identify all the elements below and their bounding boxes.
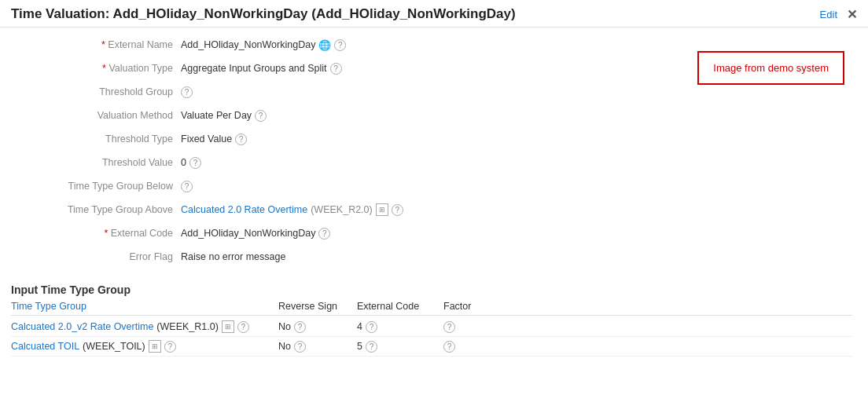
table-row: Calcuated 2.0_v2 Rate Overtime (WEEK_R1.… [11,317,852,337]
threshold-type-value: Fixed Value ? [181,134,247,145]
row2-factor-help[interactable]: ? [443,341,455,353]
header: Time Valuation: Add_HOliday_NonWorkingDa… [0,0,868,27]
row1-factor: ? [443,321,498,333]
external-code-row: External Code Add_HOliday_NonWorkingDay … [16,224,682,243]
error-flag-row: Error Flag Raise no error message [16,247,682,266]
error-flag-text: Raise no error message [181,251,285,262]
threshold-value-row: Threshold Value 0 ? [16,153,682,172]
valuation-method-text: Valuate Per Day [181,110,252,121]
valuation-method-row: Valuation Method Valuate Per Day ? [16,106,682,125]
row2-table-icon[interactable]: ⊞ [149,340,161,353]
external-name-label: External Name [16,39,181,50]
row2-reverse-sign-text: No [278,341,291,352]
valuation-type-row: Valuation Type Aggregate Input Groups an… [16,59,682,78]
error-flag-value: Raise no error message [181,251,285,262]
error-flag-label: Error Flag [16,251,181,262]
header-actions: Edit ✕ [820,7,857,22]
external-name-value: Add_HOliday_NonWorkingDay 🌐 ? [181,38,346,51]
table-header-row: Time Type Group Reverse Sign External Co… [11,301,852,316]
threshold-type-help-icon[interactable]: ? [235,134,247,145]
threshold-value-help-icon[interactable]: ? [189,157,201,169]
demo-box: Image from demo system [697,51,844,85]
valuation-type-value: Aggregate Input Groups and Split ? [181,63,342,75]
valuation-method-help-icon[interactable]: ? [255,110,267,122]
globe-icon[interactable]: 🌐 [318,38,331,51]
time-type-group-above-code: (WEEK_R2.0) [311,204,373,215]
col-header-time-type: Time Type Group [11,301,278,312]
form-section: External Name Add_HOliday_NonWorkingDay … [0,27,697,279]
row1-time-type: Calcuated 2.0_v2 Rate Overtime (WEEK_R1.… [11,320,278,333]
col-header-factor: Factor [443,301,498,312]
row1-reverse-sign-help[interactable]: ? [294,321,306,333]
valuation-type-text: Aggregate Input Groups and Split [181,63,327,74]
external-name-text: Add_HOliday_NonWorkingDay [181,39,315,50]
row1-time-type-code: (WEEK_R1.0) [156,321,219,332]
row2-time-type-link[interactable]: Calcuated TOIL [11,341,79,352]
threshold-group-value: ? [181,86,193,98]
time-type-group-below-row: Time Type Group Below ? [16,177,682,196]
valuation-type-label: Valuation Type [16,63,181,74]
row2-ext-code: 5 ? [357,341,443,353]
row1-reverse-sign: No ? [278,321,357,333]
row2-factor: ? [443,341,498,353]
external-code-text: Add_HOliday_NonWorkingDay [181,228,315,239]
threshold-group-help-icon[interactable]: ? [181,86,193,98]
col-header-ext-code: External Code [357,301,443,312]
close-button[interactable]: ✕ [847,7,857,22]
table-row: Calcuated TOIL (WEEK_TOIL) ⊞ ? No ? 5 ? … [11,337,852,357]
threshold-type-label: Threshold Type [16,134,181,144]
time-type-group-below-value: ? [181,181,193,192]
time-type-group-above-help-icon[interactable]: ? [392,204,403,216]
time-type-group-above-value: Calcuated 2.0 Rate Overtime (WEEK_R2.0) … [181,203,403,216]
valuation-method-value: Valuate Per Day ? [181,110,267,122]
threshold-group-row: Threshold Group ? [16,82,682,101]
time-type-group-below-label: Time Type Group Below [16,181,181,192]
right-panel: Image from demo system [697,27,868,279]
row2-ext-code-help[interactable]: ? [366,341,377,353]
input-section-title: Input Time Type Group [11,283,852,296]
threshold-group-label: Threshold Group [16,86,181,97]
row1-factor-help[interactable]: ? [443,321,455,333]
time-type-group-above-table-icon[interactable]: ⊞ [376,203,388,216]
threshold-value-text: 0 [181,157,186,168]
row1-help-icon[interactable]: ? [237,321,249,333]
time-type-group-above-link[interactable]: Calcuated 2.0 Rate Overtime [181,204,307,215]
threshold-value-value: 0 ? [181,157,201,169]
row2-time-type-code: (WEEK_TOIL) [83,341,145,352]
row2-time-type: Calcuated TOIL (WEEK_TOIL) ⊞ ? [11,340,278,353]
page-title: Time Valuation: Add_HOliday_NonWorkingDa… [11,6,516,22]
row1-table-icon[interactable]: ⊞ [222,320,234,333]
col-header-reverse-sign: Reverse Sign [278,301,357,312]
external-code-label: External Code [16,228,181,239]
edit-link[interactable]: Edit [820,9,837,20]
threshold-type-row: Threshold Type Fixed Value ? [16,130,682,148]
time-type-group-above-label: Time Type Group Above [16,204,181,215]
threshold-type-text: Fixed Value [181,134,232,144]
row1-ext-code-help[interactable]: ? [366,321,377,333]
threshold-value-label: Threshold Value [16,157,181,168]
row2-help-icon[interactable]: ? [164,341,176,353]
time-type-group-above-row: Time Type Group Above Calcuated 2.0 Rate… [16,200,682,219]
row2-ext-code-text: 5 [357,341,362,352]
input-section: Input Time Type Group Time Type Group Re… [0,279,868,364]
valuation-method-label: Valuation Method [16,110,181,121]
external-name-help-icon[interactable]: ? [334,39,346,51]
time-type-group-below-help-icon[interactable]: ? [181,181,193,192]
page-container: Time Valuation: Add_HOliday_NonWorkingDa… [0,0,868,417]
valuation-type-help-icon[interactable]: ? [330,63,342,75]
row2-reverse-sign-help[interactable]: ? [294,341,306,353]
external-name-row: External Name Add_HOliday_NonWorkingDay … [16,35,682,54]
row1-ext-code: 4 ? [357,321,443,333]
row1-time-type-link[interactable]: Calcuated 2.0_v2 Rate Overtime [11,321,153,332]
row2-reverse-sign: No ? [278,341,357,353]
row1-reverse-sign-text: No [278,321,291,332]
external-code-value: Add_HOliday_NonWorkingDay ? [181,228,330,240]
main-content: External Name Add_HOliday_NonWorkingDay … [0,27,868,279]
external-code-help-icon[interactable]: ? [318,228,330,240]
row1-ext-code-text: 4 [357,321,362,332]
